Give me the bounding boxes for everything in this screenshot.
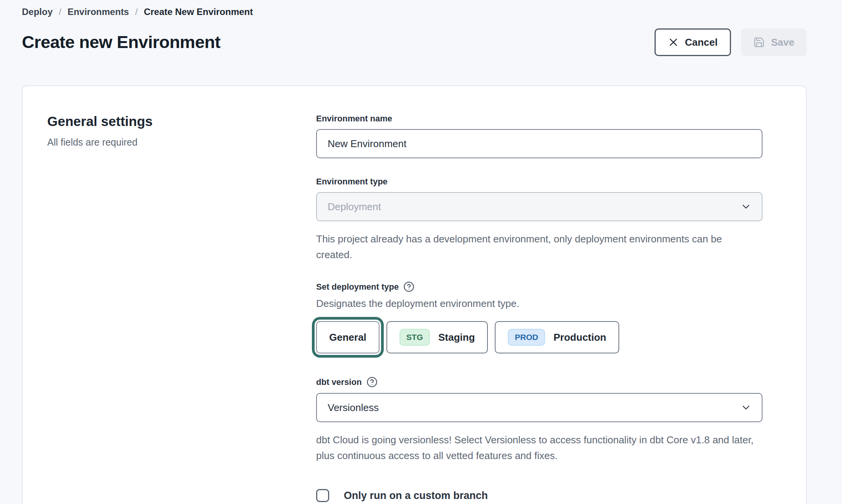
breadcrumb-environments[interactable]: Environments (68, 5, 129, 18)
dbt-version-help: dbt Cloud is going versionless! Select V… (316, 432, 758, 464)
dbt-version-label-row: dbt version (316, 376, 762, 388)
dbt-version-select[interactable]: Versionless (316, 393, 762, 422)
environment-type-field: Environment type Deployment This project… (316, 177, 762, 263)
deployment-type-field: Set deployment type Designates the deplo… (316, 281, 762, 353)
option-production-label: Production (554, 332, 606, 343)
save-button[interactable]: Save (741, 28, 807, 56)
option-staging-label: Staging (438, 332, 475, 343)
title-row: Create new Environment Cancel Save (22, 28, 807, 56)
help-circle-icon[interactable] (403, 281, 414, 292)
settings-card: General settings All fields are required… (22, 85, 807, 504)
breadcrumb-separator: / (135, 5, 138, 18)
environment-name-input[interactable] (316, 129, 762, 158)
custom-branch-label[interactable]: Only run on a custom branch (344, 490, 488, 502)
breadcrumb: Deploy / Environments / Create New Envir… (22, 5, 807, 18)
chevron-down-icon (740, 402, 752, 413)
environment-form: Environment name Environment type Deploy… (316, 114, 762, 502)
custom-branch-checkbox[interactable] (316, 489, 329, 502)
general-settings-section: General settings All fields are required… (23, 86, 806, 502)
deployment-type-option-general[interactable]: General (316, 321, 380, 353)
help-circle-icon[interactable] (366, 376, 378, 388)
create-environment-page: Deploy / Environments / Create New Envir… (0, 0, 842, 504)
save-icon (753, 36, 765, 48)
section-title: General settings (47, 114, 316, 129)
save-button-label: Save (771, 36, 794, 48)
section-subtitle: All fields are required (47, 137, 316, 148)
custom-branch-row: Only run on a custom branch (316, 489, 762, 502)
breadcrumb-deploy[interactable]: Deploy (22, 5, 53, 18)
cancel-button[interactable]: Cancel (655, 28, 731, 56)
environment-type-value: Deployment (328, 201, 381, 213)
deployment-type-label-row: Set deployment type (316, 281, 762, 292)
chevron-down-icon (740, 201, 752, 212)
dbt-version-field: dbt version Versionless dbt Cloud (316, 376, 762, 464)
header-actions: Cancel Save (655, 28, 807, 56)
deployment-type-options: General STG Staging PROD Production (316, 321, 762, 353)
dbt-version-label: dbt version (316, 377, 362, 387)
dbt-version-value: Versionless (328, 402, 379, 414)
breadcrumb-separator: / (59, 5, 61, 18)
environment-type-select: Deployment (316, 192, 762, 221)
environment-type-label: Environment type (316, 177, 762, 187)
page-header: Deploy / Environments / Create New Envir… (0, 0, 842, 56)
deployment-type-option-production[interactable]: PROD Production (495, 321, 619, 353)
breadcrumb-current: Create New Environment (144, 5, 253, 18)
stg-badge: STG (399, 329, 430, 346)
environment-name-field: Environment name (316, 114, 762, 158)
section-intro: General settings All fields are required (47, 114, 316, 502)
environment-name-label: Environment name (316, 114, 762, 124)
deployment-type-option-staging[interactable]: STG Staging (386, 321, 488, 353)
deployment-type-description: Designates the deployment environment ty… (316, 298, 762, 310)
option-general-label: General (329, 332, 366, 343)
prod-badge: PROD (508, 329, 545, 346)
close-icon (668, 37, 679, 48)
cancel-button-label: Cancel (685, 36, 718, 48)
page-title: Create new Environment (22, 32, 220, 52)
deployment-type-label: Set deployment type (316, 282, 399, 292)
environment-type-help: This project already has a development e… (316, 231, 758, 263)
